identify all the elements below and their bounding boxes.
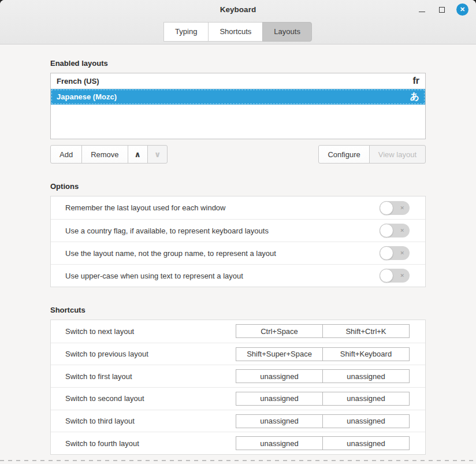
shortcut-binding-primary[interactable]: unassigned [236, 436, 323, 450]
option-row: Remember the last layout used for each w… [51, 196, 425, 219]
tab[interactable]: Shortcuts [208, 22, 263, 42]
shortcut-row: Switch to next layout Ctrl+Space Shift+C… [51, 320, 425, 343]
layout-name: Japanese (Mozc) [57, 92, 410, 101]
shortcut-row: Switch to fourth layout unassigned unass… [51, 432, 425, 454]
remove-layout-button[interactable]: Remove [81, 145, 128, 164]
toggle-switch[interactable]: ✕ [380, 246, 410, 260]
section-title-enabled-layouts: Enabled layouts [50, 59, 426, 68]
tab-bar: Typing Shortcuts Layouts [0, 22, 476, 42]
toggle-knob [380, 269, 393, 283]
layout-badge: fr [412, 76, 419, 86]
toggle-knob [380, 246, 393, 260]
shortcut-bindings: Ctrl+Space Shift+Ctrl+K [236, 324, 410, 338]
tab-label: Shortcuts [220, 27, 251, 36]
option-label: Use the layout name, not the group name,… [65, 249, 380, 258]
shortcut-binding-primary[interactable]: unassigned [236, 414, 323, 428]
option-label: Remember the last layout used for each w… [65, 203, 380, 212]
shortcut-binding-secondary[interactable]: Shift+Ctrl+K [322, 324, 410, 338]
keyboard-window: Keyboard ✕ Typing Shortc [0, 0, 476, 464]
shortcut-bindings: unassigned unassigned [236, 392, 410, 406]
shortcut-row: Switch to first layout unassigned unassi… [51, 365, 425, 387]
add-layout-button[interactable]: Add [50, 145, 82, 164]
shortcut-label: Switch to previous layout [65, 350, 236, 358]
close-button[interactable]: ✕ [456, 3, 468, 16]
toggle-off-icon: ✕ [400, 228, 404, 233]
shortcut-binding-primary[interactable]: unassigned [236, 369, 323, 383]
shortcut-row: Switch to second layout unassigned unass… [51, 387, 425, 410]
toggle-switch[interactable]: ✕ [380, 201, 410, 215]
section-title-shortcuts: Shortcuts [50, 306, 426, 314]
option-row: Use upper-case when using text to repres… [51, 264, 425, 287]
option-row: Use a country flag, if available, to rep… [51, 219, 425, 242]
close-icon: ✕ [460, 6, 465, 13]
shortcut-row: Switch to previous layout Shift+Super+Sp… [51, 343, 425, 365]
toggle-knob [380, 224, 393, 237]
toggle-switch[interactable]: ✕ [380, 269, 410, 283]
configure-button[interactable]: Configure [318, 145, 369, 164]
tab[interactable]: Typing [163, 22, 209, 42]
toggle-switch[interactable]: ✕ [380, 224, 410, 237]
shortcuts-panel: Switch to next layout Ctrl+Space Shift+C… [50, 320, 426, 455]
window-header: Keyboard ✕ Typing Shortc [0, 0, 476, 44]
options-panel: Remember the last layout used for each w… [50, 196, 426, 287]
layout-tools-group: Configure View layout [318, 145, 426, 164]
shortcut-binding-secondary[interactable]: unassigned [322, 414, 410, 428]
shortcut-binding-primary[interactable]: unassigned [236, 392, 323, 406]
tab-label: Layouts [274, 27, 300, 36]
shortcut-label: Switch to third layout [65, 417, 236, 425]
chevron-up-icon: ∧ [135, 150, 141, 158]
shortcut-label: Switch to fourth layout [65, 439, 236, 448]
option-label: Use a country flag, if available, to rep… [65, 227, 380, 235]
section-title-options: Options [50, 182, 426, 191]
shortcut-label: Switch to first layout [65, 372, 236, 381]
shortcut-bindings: Shift+Super+Space Shift+Keyboard [236, 347, 410, 361]
shortcut-binding-secondary[interactable]: Shift+Keyboard [322, 347, 410, 361]
window-title: Keyboard [220, 5, 256, 14]
shortcut-binding-primary[interactable]: Shift+Super+Space [236, 347, 323, 361]
shortcut-bindings: unassigned unassigned [236, 414, 410, 428]
tab[interactable]: Layouts [262, 22, 312, 42]
shortcut-binding-primary[interactable]: Ctrl+Space [236, 324, 323, 338]
view-layout-button[interactable]: View layout [369, 145, 426, 164]
shortcut-binding-secondary[interactable]: unassigned [322, 436, 410, 450]
shortcut-bindings: unassigned unassigned [236, 369, 410, 383]
minimize-button[interactable] [416, 4, 427, 16]
layout-badge: あ [410, 92, 419, 101]
toggle-knob [380, 201, 393, 215]
shortcut-label: Switch to next layout [65, 327, 236, 336]
layouts-page: Enabled layouts French (US) fr Japanese … [0, 44, 476, 464]
move-layout-down-button[interactable]: ∨ [147, 145, 168, 164]
layout-name: French (US) [57, 77, 412, 86]
chevron-down-icon: ∨ [154, 150, 161, 158]
shortcut-binding-secondary[interactable]: unassigned [322, 369, 410, 383]
minimize-icon [419, 12, 425, 12]
titlebar: Keyboard ✕ [0, 0, 476, 19]
maximize-icon [439, 7, 445, 13]
layout-actions: Add Remove ∧ ∨ Configure View layout [50, 145, 426, 164]
layout-list-item[interactable]: Japanese (Mozc) あ [51, 89, 425, 105]
enabled-layouts-list: French (US) fr Japanese (Mozc) あ [50, 73, 426, 139]
shortcut-bindings: unassigned unassigned [236, 436, 410, 450]
window-resize-edge[interactable] [0, 460, 476, 461]
shortcut-label: Switch to second layout [65, 394, 236, 403]
window-controls: ✕ [416, 0, 468, 19]
layout-edit-group: Add Remove ∧ ∨ [50, 145, 168, 164]
shortcut-binding-secondary[interactable]: unassigned [322, 392, 410, 406]
tab-label: Typing [175, 27, 197, 36]
maximize-button[interactable] [436, 4, 448, 16]
toggle-off-icon: ✕ [400, 273, 404, 279]
toggle-off-icon: ✕ [400, 251, 404, 256]
move-layout-up-button[interactable]: ∧ [128, 145, 148, 164]
shortcut-row: Switch to third layout unassigned unassi… [51, 410, 425, 432]
option-row: Use the layout name, not the group name,… [51, 242, 425, 264]
toggle-off-icon: ✕ [400, 205, 404, 210]
layout-list-item[interactable]: French (US) fr [51, 73, 425, 89]
option-label: Use upper-case when using text to repres… [65, 272, 380, 280]
